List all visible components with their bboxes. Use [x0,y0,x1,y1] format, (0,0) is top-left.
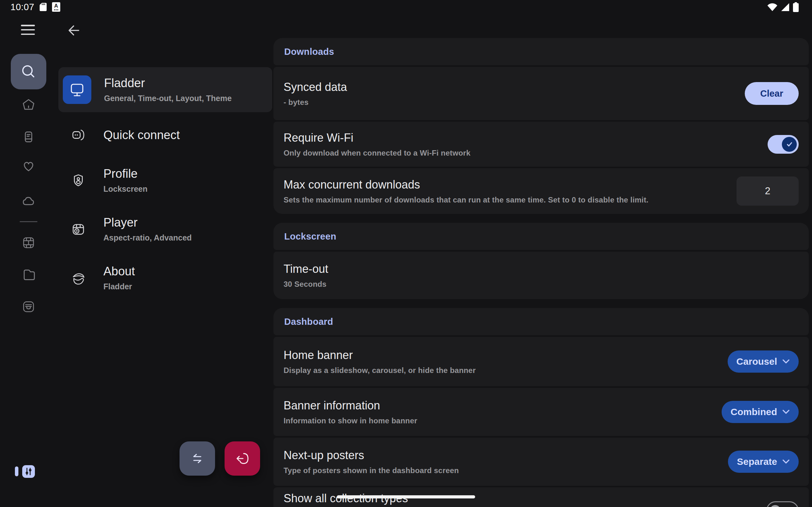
clock: 10:07 [10,2,34,12]
section-lockscreen: Lockscreen Time-out 30 Seconds [273,223,809,299]
collections-icon [21,300,36,314]
nav-item-quick-connect[interactable]: Quick connect [58,116,272,154]
clear-button[interactable]: Clear [745,82,799,105]
dropdown-value: Combined [730,406,777,417]
nav-item-title: Quick connect [103,128,180,142]
heart-icon [21,159,36,173]
section-header-label: Downloads [284,47,334,57]
dropdown-value: Carousel [737,356,777,367]
film-icon [21,236,36,250]
monitor-icon [63,75,91,104]
nav-item-profile[interactable]: Profile Lockscreen [58,158,272,203]
row-title: Require Wi-Fi [284,131,755,145]
nav-item-title: Fladder [104,76,232,90]
row-title: Banner information [284,399,709,412]
setting-row-banner-information[interactable]: Banner information Information to show i… [273,388,809,436]
keyboard-a-icon: A [52,2,60,12]
section-header: Lockscreen [273,223,809,250]
home-banner-dropdown[interactable]: Carousel [728,350,799,373]
dropdown-value: Separate [737,456,777,467]
show-all-collection-types-toggle[interactable] [766,501,799,507]
rail-item-sync[interactable] [21,193,36,208]
section-header: Dashboard [273,308,809,335]
row-subtitle: Display as a slideshow, carousel, or hid… [284,366,715,375]
nav-item-title: Player [103,216,192,229]
rail-divider [20,221,38,222]
setting-row-synced-data[interactable]: Synced data - bytes Clear [273,67,809,120]
arrow-left-icon [66,23,80,38]
settings-nav-list: Fladder General, Time-out, Layout, Theme… [58,67,272,300]
setting-row-max-downloads[interactable]: Max concurrent downloads Sets the maximu… [273,168,809,214]
home-icon [21,98,36,112]
library-icon [21,130,36,144]
screen: 10:07 A [0,0,812,507]
row-title: Synced data [284,80,732,94]
rail-item-library[interactable] [21,130,36,144]
sdcard-icon [39,3,47,11]
banner-information-dropdown[interactable]: Combined [722,401,799,423]
sliders-icon [23,466,34,477]
switch-server-button[interactable] [180,441,215,475]
row-title: Max concurrent downloads [284,178,724,191]
setting-row-timeout[interactable]: Time-out 30 Seconds [273,251,809,299]
settings-nav-panel: Fladder General, Time-out, Layout, Theme… [58,14,273,507]
wifi-icon [767,3,778,11]
chevron-down-icon [782,359,790,364]
setting-row-next-up-posters[interactable]: Next-up posters Type of posters shown in… [273,438,809,486]
logout-icon [235,451,250,466]
chevron-down-icon [782,409,790,415]
section-header-label: Lockscreen [284,231,336,242]
logout-button[interactable] [224,441,260,475]
section-header: Downloads [273,38,809,65]
row-title: Home banner [284,349,715,362]
cell-signal-icon [781,3,790,11]
nav-item-subtitle: Lockscreen [103,184,148,193]
player-icon [71,222,86,236]
row-title: Time-out [284,262,799,276]
row-subtitle: - bytes [284,98,732,107]
setting-row-home-banner[interactable]: Home banner Display as a slideshow, caro… [273,337,809,386]
nav-rail [0,14,58,507]
nav-item-fladder[interactable]: Fladder General, Time-out, Layout, Theme [58,67,272,112]
folder-icon [21,268,36,281]
nav-item-subtitle: Fladder [103,282,135,291]
rail-item-settings[interactable] [22,465,35,478]
gesture-bar[interactable] [337,495,475,498]
nav-item-title: Profile [103,167,148,181]
row-title: Show all collection types [284,492,754,505]
section-downloads: Downloads Synced data - bytes Clear Requ… [273,38,809,214]
menu-icon[interactable] [21,25,35,35]
row-title: Next-up posters [284,449,715,462]
quick-connect-icon [71,128,86,142]
settings-panel: Downloads Synced data - bytes Clear Requ… [273,38,809,507]
battery-icon [793,2,799,12]
nav-item-about[interactable]: About Fladder [58,256,272,300]
nav-item-player[interactable]: Player Aspect-ratio, Advanced [58,207,272,251]
section-dashboard: Dashboard Home banner Display as a slide… [273,308,809,507]
nav-item-subtitle: General, Time-out, Layout, Theme [104,94,232,103]
require-wifi-toggle[interactable] [768,135,799,154]
fladder-bird-icon [71,271,86,285]
rail-item-search[interactable] [11,54,46,89]
rail-item-folders[interactable] [21,268,36,281]
nav-item-subtitle: Aspect-ratio, Advanced [103,233,192,242]
nav-item-title: About [103,265,135,278]
setting-row-require-wifi[interactable]: Require Wi-Fi Only download when connect… [273,122,809,167]
rail-item-collections[interactable] [21,300,36,314]
check-icon [786,141,793,148]
max-downloads-value[interactable]: 2 [737,176,799,206]
row-subtitle: Sets the maximum number of downloads tha… [284,195,724,205]
back-button[interactable] [66,23,81,38]
next-up-posters-dropdown[interactable]: Separate [728,451,799,473]
chevron-down-icon [782,459,790,464]
rail-item-favorites[interactable] [21,159,36,173]
rail-item-home[interactable] [21,98,36,112]
row-subtitle: Only download when connected to a Wi-Fi … [284,149,755,158]
svg-text:A: A [54,3,58,9]
search-icon [20,63,38,80]
rail-item-movies[interactable] [21,236,36,250]
status-bar: 10:07 A [0,0,812,14]
swap-arrows-icon [190,451,205,466]
rail-selected-indicator [15,466,18,476]
row-subtitle: Type of posters shown in the dashboard s… [284,466,715,475]
